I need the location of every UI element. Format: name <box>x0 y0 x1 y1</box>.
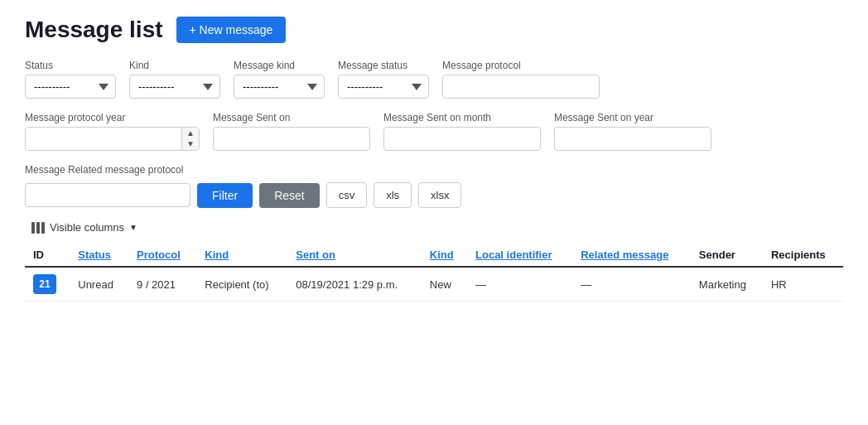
col-id: ID <box>25 244 70 267</box>
cell-kind: Recipient (to) <box>196 267 287 302</box>
cell-related-message: — <box>572 267 691 302</box>
filter-row-2: Message protocol year ▲ ▼ Message Sent o… <box>25 112 843 151</box>
visible-columns-button[interactable]: Visible columns ▼ <box>25 218 144 237</box>
protocol-year-label: Message protocol year <box>25 112 200 123</box>
sent-on-month-label: Message Sent on month <box>383 112 541 123</box>
related-protocol-input[interactable] <box>25 183 190 207</box>
xls-button[interactable]: xls <box>374 182 412 208</box>
protocol-year-input[interactable] <box>26 128 181 150</box>
message-protocol-input[interactable] <box>442 75 600 99</box>
cell-status: Unread <box>70 267 128 302</box>
status-label: Status <box>25 60 116 71</box>
related-protocol-filter-group: Message Related message protocol Filter … <box>25 164 843 208</box>
sent-on-month-input[interactable] <box>383 127 541 151</box>
message-kind-filter-group: Message kind ---------- <box>234 60 325 99</box>
related-protocol-controls: Filter Reset csv xls xlsx <box>25 182 843 208</box>
id-badge: 21 <box>33 274 56 294</box>
protocol-year-spinners: ▲ ▼ <box>181 128 199 150</box>
kind-filter-group: Kind ---------- <box>129 60 220 99</box>
protocol-year-up[interactable]: ▲ <box>182 128 199 139</box>
col-related-message[interactable]: Related message <box>572 244 691 267</box>
table-header: ID Status Protocol Kind Sent on Kind Loc… <box>25 244 843 267</box>
cell-sender: Marketing <box>691 267 763 302</box>
table-body: 21 Unread 9 / 2021 Recipient (to) 08/19/… <box>25 267 843 302</box>
filter-row-1: Status ---------- Kind ---------- Messag… <box>25 60 843 99</box>
cell-sent-on: 08/19/2021 1:29 p.m. <box>287 267 422 302</box>
col-sender: Sender <box>691 244 763 267</box>
sent-on-label: Message Sent on <box>213 112 370 123</box>
csv-button[interactable]: csv <box>326 182 368 208</box>
message-status-filter-group: Message status ---------- <box>338 60 429 99</box>
related-protocol-label: Message Related message protocol <box>25 164 843 176</box>
status-select[interactable]: ---------- <box>25 75 116 99</box>
cell-local-identifier: — <box>467 267 572 302</box>
sent-on-month-filter-group: Message Sent on month <box>383 112 541 151</box>
toolbar: Visible columns ▼ <box>25 218 843 237</box>
page-header: Message list + New message <box>25 17 843 43</box>
message-table-wrapper: ID Status Protocol Kind Sent on Kind Loc… <box>25 244 843 302</box>
reset-button[interactable]: Reset <box>259 183 320 208</box>
new-message-button[interactable]: + New message <box>176 17 287 43</box>
col-local-identifier[interactable]: Local identifier <box>467 244 572 267</box>
cell-recipients: HR <box>763 267 843 302</box>
cell-protocol: 9 / 2021 <box>128 267 196 302</box>
sent-on-input[interactable] <box>213 127 370 151</box>
protocol-year-filter-group: Message protocol year ▲ ▼ <box>25 112 200 151</box>
protocol-year-down[interactable]: ▼ <box>182 139 199 151</box>
sent-on-year-filter-group: Message Sent on year <box>554 112 711 151</box>
sent-on-filter-group: Message Sent on <box>213 112 370 151</box>
col-kind2[interactable]: Kind <box>422 244 467 267</box>
col-kind[interactable]: Kind <box>196 244 287 267</box>
cell-id: 21 <box>25 267 70 302</box>
message-kind-label: Message kind <box>234 60 325 71</box>
table-row[interactable]: 21 Unread 9 / 2021 Recipient (to) 08/19/… <box>25 267 843 302</box>
message-status-label: Message status <box>338 60 429 71</box>
col-status[interactable]: Status <box>70 244 128 267</box>
protocol-year-wrapper: ▲ ▼ <box>25 127 200 151</box>
kind-label: Kind <box>129 60 220 71</box>
xlsx-button[interactable]: xlsx <box>418 182 461 208</box>
columns-icon <box>31 222 45 234</box>
sent-on-year-input[interactable] <box>554 127 711 151</box>
col-recipients: Recipients <box>763 244 843 267</box>
filter-button[interactable]: Filter <box>197 183 253 208</box>
cell-kind2: New <box>422 267 467 302</box>
col-sent-on[interactable]: Sent on <box>287 244 422 267</box>
message-table: ID Status Protocol Kind Sent on Kind Loc… <box>25 244 843 302</box>
table-header-row: ID Status Protocol Kind Sent on Kind Loc… <box>25 244 843 267</box>
message-kind-select[interactable]: ---------- <box>234 75 325 99</box>
message-status-select[interactable]: ---------- <box>338 75 429 99</box>
message-protocol-label: Message protocol <box>442 60 600 71</box>
sent-on-year-label: Message Sent on year <box>554 112 711 123</box>
chevron-down-icon: ▼ <box>129 223 137 232</box>
status-filter-group: Status ---------- <box>25 60 116 99</box>
page-title: Message list <box>25 17 163 43</box>
message-protocol-filter-group: Message protocol <box>442 60 600 99</box>
kind-select[interactable]: ---------- <box>129 75 220 99</box>
col-protocol[interactable]: Protocol <box>128 244 196 267</box>
visible-columns-label: Visible columns <box>50 221 124 234</box>
